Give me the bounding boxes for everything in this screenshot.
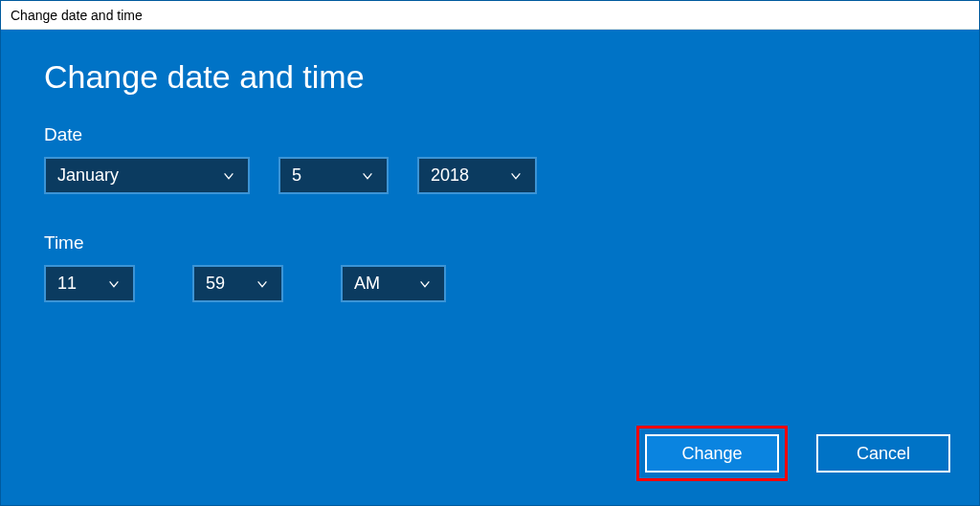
time-row: 11 59 AM — [44, 265, 936, 302]
minute-dropdown[interactable]: 59 — [192, 265, 283, 302]
button-row: Change Cancel — [636, 426, 950, 481]
ampm-dropdown[interactable]: AM — [341, 265, 446, 302]
hour-dropdown[interactable]: 11 — [44, 265, 135, 302]
chevron-down-icon — [360, 168, 375, 184]
ampm-value: AM — [354, 274, 380, 294]
minute-value: 59 — [206, 274, 225, 294]
chevron-down-icon — [508, 168, 523, 184]
chevron-down-icon — [221, 168, 236, 184]
chevron-down-icon — [417, 276, 433, 292]
day-value: 5 — [292, 165, 301, 186]
highlight-annotation: Change — [636, 426, 788, 481]
dialog-window: Change date and time Change date and tim… — [0, 0, 980, 506]
year-dropdown[interactable]: 2018 — [417, 157, 537, 194]
day-dropdown[interactable]: 5 — [278, 157, 389, 194]
chevron-down-icon — [106, 276, 122, 292]
chevron-down-icon — [255, 276, 270, 292]
month-value: January — [57, 165, 119, 186]
change-button[interactable]: Change — [645, 434, 779, 473]
month-dropdown[interactable]: January — [44, 157, 250, 194]
page-heading: Change date and time — [44, 58, 936, 96]
dialog-content: Change date and time Date January 5 2018 — [1, 30, 979, 505]
cancel-button[interactable]: Cancel — [816, 434, 950, 473]
year-value: 2018 — [431, 165, 469, 186]
date-label: Date — [44, 124, 936, 145]
window-title: Change date and time — [1, 1, 979, 30]
date-row: January 5 2018 — [44, 157, 936, 194]
time-label: Time — [44, 232, 936, 253]
hour-value: 11 — [57, 274, 77, 294]
